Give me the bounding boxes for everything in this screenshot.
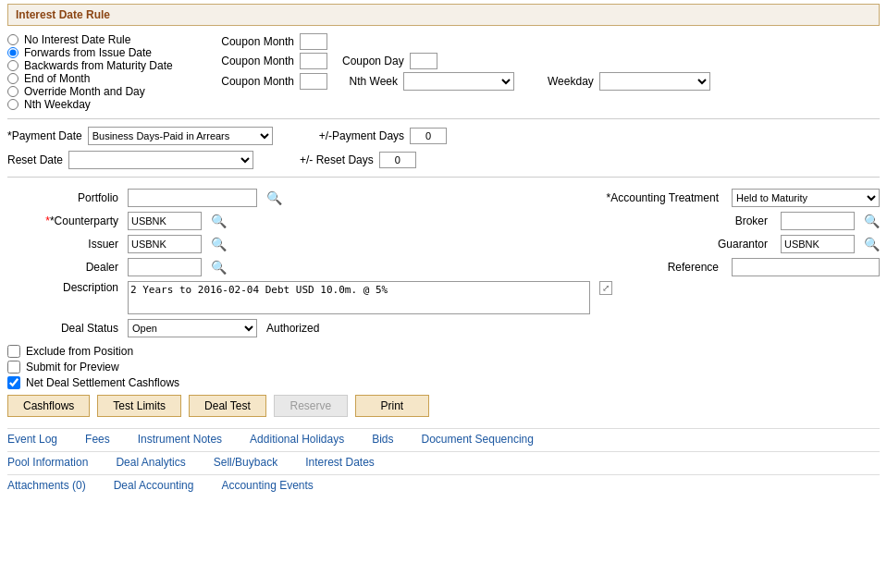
fees-link[interactable]: Fees xyxy=(85,433,110,446)
payment-date-section: *Payment Date Business Days-Paid in Arre… xyxy=(7,127,880,169)
instrument-notes-link[interactable]: Instrument Notes xyxy=(138,433,222,446)
description-row: Description 2 Years to 2016-02-04 Debt U… xyxy=(7,281,880,314)
accounting-treatment-select[interactable]: Held to Maturity Available for Sale Trad… xyxy=(732,189,880,207)
radio-override[interactable]: Override Month and Day xyxy=(7,85,192,98)
deal-status-select[interactable]: Open Closed xyxy=(128,319,257,337)
print-button[interactable]: Print xyxy=(355,395,429,417)
radio-no-interest-label: No Interest Date Rule xyxy=(24,33,130,46)
action-buttons: Cashflows Test Limits Deal Test Reserve … xyxy=(7,395,880,417)
counterparty-input[interactable] xyxy=(128,212,202,230)
exclude-position-row[interactable]: Exclude from Position xyxy=(7,345,880,358)
deal-analytics-link[interactable]: Deal Analytics xyxy=(116,456,185,469)
guarantor-label: Guarantor xyxy=(718,238,768,251)
payment-date-select[interactable]: Business Days-Paid in Arrears xyxy=(88,127,273,145)
issuer-label: Issuer xyxy=(7,238,118,251)
coupon-fields: Coupon Month Coupon Month Coupon Day Cou… xyxy=(192,33,880,111)
reset-date-select[interactable] xyxy=(68,151,253,169)
reference-input[interactable] xyxy=(732,258,880,276)
dealer-input[interactable] xyxy=(128,258,202,276)
description-textarea[interactable]: 2 Years to 2016-02-04 Debt USD 10.0m. @ … xyxy=(128,281,590,314)
interest-dates-link[interactable]: Interest Dates xyxy=(305,456,375,469)
section-header: Interest Date Rule xyxy=(7,4,880,26)
radio-override-label: Override Month and Day xyxy=(24,85,145,98)
coupon-month-input-3[interactable] xyxy=(300,73,327,90)
portfolio-label: Portfolio xyxy=(7,191,118,204)
link-row-2: Pool Information Deal Analytics Sell/Buy… xyxy=(7,451,880,469)
broker-input[interactable] xyxy=(781,212,855,230)
issuer-input[interactable] xyxy=(128,235,202,253)
issuer-row: Issuer 🔍 Guarantor 🔍 xyxy=(7,235,880,253)
net-deal-settlement-label: Net Deal Settlement Cashflows xyxy=(26,376,179,389)
exclude-position-checkbox[interactable] xyxy=(7,345,20,358)
attachments-link[interactable]: Attachments (0) xyxy=(7,479,86,492)
dealer-label: Dealer xyxy=(7,261,118,274)
broker-label: Broker xyxy=(735,214,768,227)
dealer-search-icon[interactable]: 🔍 xyxy=(211,260,227,275)
net-deal-settlement-checkbox[interactable] xyxy=(7,376,20,389)
radio-nth-weekday[interactable]: Nth Weekday xyxy=(7,98,192,111)
reset-date-row: Reset Date xyxy=(7,151,253,169)
link-row-3: Attachments (0) Deal Accounting Accounti… xyxy=(7,474,880,492)
divider-1 xyxy=(7,118,880,119)
coupon-day-label: Coupon Day xyxy=(342,55,404,67)
guarantor-search-icon[interactable]: 🔍 xyxy=(864,237,880,251)
radio-end-of-month[interactable]: End of Month xyxy=(7,72,192,85)
radio-no-interest[interactable]: No Interest Date Rule xyxy=(7,33,192,46)
plus-minus-payment-label: +/-Payment Days xyxy=(319,129,404,142)
coupon-month-input-1[interactable] xyxy=(300,33,327,50)
radio-group: No Interest Date Rule Forwards from Issu… xyxy=(7,33,192,111)
net-deal-settlement-row[interactable]: Net Deal Settlement Cashflows xyxy=(7,376,880,389)
plus-minus-reset-input[interactable] xyxy=(379,152,416,168)
authorized-text: Authorized xyxy=(266,322,319,335)
counterparty-search-icon[interactable]: 🔍 xyxy=(211,214,227,228)
radio-nth-weekday-label: Nth Weekday xyxy=(24,98,91,111)
coupon-row-3: Coupon Month Nth Week Weekday xyxy=(211,72,880,91)
payment-date-row: *Payment Date Business Days-Paid in Arre… xyxy=(7,127,273,145)
coupon-month-input-2[interactable] xyxy=(300,53,327,69)
reserve-button: Reserve xyxy=(274,395,348,417)
portfolio-input[interactable] xyxy=(128,189,257,207)
link-row-1: Event Log Fees Instrument Notes Addition… xyxy=(7,428,880,446)
portfolio-section: Portfolio 🔍 *Accounting Treatment Held t… xyxy=(7,189,880,337)
dealer-row: Dealer 🔍 Reference xyxy=(7,258,880,276)
pool-information-link[interactable]: Pool Information xyxy=(7,456,88,469)
accounting-events-link[interactable]: Accounting Events xyxy=(221,479,313,492)
coupon-row-1: Coupon Month xyxy=(211,33,880,50)
portfolio-search-icon[interactable]: 🔍 xyxy=(266,190,282,205)
submit-preview-row[interactable]: Submit for Preview xyxy=(7,361,880,374)
plus-minus-payment-input[interactable] xyxy=(410,128,447,144)
radio-forwards-label: Forwards from Issue Date xyxy=(24,46,152,59)
portfolio-row: Portfolio 🔍 *Accounting Treatment Held t… xyxy=(7,189,880,207)
deal-test-button[interactable]: Deal Test xyxy=(189,395,266,417)
checkbox-section: Exclude from Position Submit for Preview… xyxy=(7,345,880,389)
radio-forwards[interactable]: Forwards from Issue Date xyxy=(7,46,192,59)
additional-holidays-link[interactable]: Additional Holidays xyxy=(250,433,344,446)
broker-search-icon[interactable]: 🔍 xyxy=(864,214,880,228)
coupon-month-label-1: Coupon Month xyxy=(211,35,294,48)
event-log-link[interactable]: Event Log xyxy=(7,433,57,446)
deal-accounting-link[interactable]: Deal Accounting xyxy=(114,479,194,492)
coupon-day-input[interactable] xyxy=(410,53,437,69)
cashflows-button[interactable]: Cashflows xyxy=(7,395,90,417)
submit-preview-checkbox[interactable] xyxy=(7,361,20,374)
divider-2 xyxy=(7,177,880,178)
issuer-search-icon[interactable]: 🔍 xyxy=(211,237,227,251)
counterparty-label: *Counterparty xyxy=(7,214,118,227)
radio-end-of-month-label: End of Month xyxy=(24,72,90,85)
test-limits-button[interactable]: Test Limits xyxy=(97,395,181,417)
coupon-month-label-2: Coupon Month xyxy=(211,55,294,67)
guarantor-input[interactable] xyxy=(781,235,855,253)
submit-preview-label: Submit for Preview xyxy=(26,361,119,374)
weekday-select[interactable] xyxy=(599,72,710,91)
description-label: Description xyxy=(7,281,118,294)
deal-status-label: Deal Status xyxy=(7,322,118,335)
plus-minus-reset-row: +/- Reset Days xyxy=(300,152,416,168)
plus-minus-reset-label: +/- Reset Days xyxy=(300,153,374,166)
sell-buyback-link[interactable]: Sell/Buyback xyxy=(214,456,277,469)
nth-week-select[interactable] xyxy=(403,72,514,91)
expand-description-icon[interactable]: ⤢ xyxy=(599,281,612,295)
radio-backwards[interactable]: Backwards from Maturity Date xyxy=(7,59,192,72)
counterparty-row: *Counterparty 🔍 Broker 🔍 xyxy=(7,212,880,230)
document-sequencing-link[interactable]: Document Sequencing xyxy=(422,433,534,446)
bids-link[interactable]: Bids xyxy=(372,433,393,446)
